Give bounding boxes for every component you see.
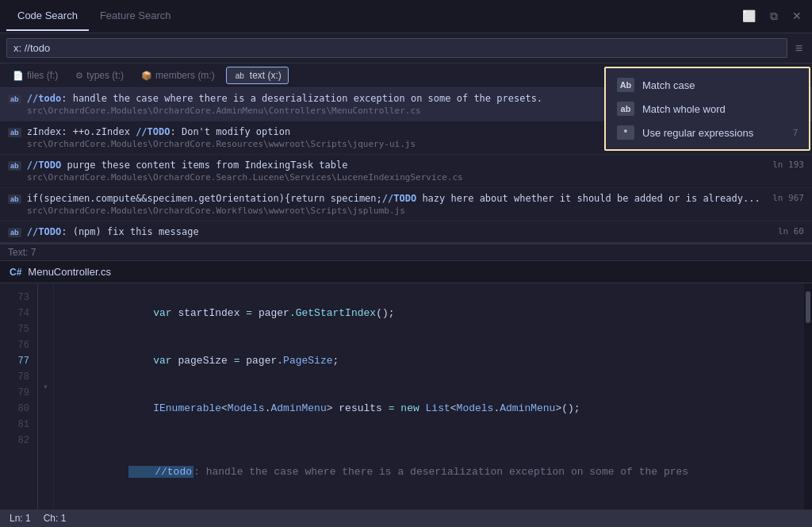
code-view-header: C# MenuController.cs (0, 261, 812, 283)
regex-label: Use regular expressions (642, 127, 785, 139)
code-line-78: // load at least the ones without error.… (67, 496, 804, 510)
result-text: //TODO: (npm) fix this message ln 60 (27, 226, 199, 237)
code-line-77: //todo: handle the case where there is a… (67, 448, 804, 496)
result-path: src\OrchardCore.Modules\OrchardCore.Sear… (27, 172, 804, 183)
result-text: zIndex: ++o.zIndex //TODO: Don't modify … (27, 126, 290, 137)
match-whole-word-option[interactable]: ab Match whole word (606, 97, 809, 121)
line-number: ln 193 (772, 160, 804, 170)
filter-tab-members[interactable]: 📦 members (m:) (135, 67, 221, 83)
line-numbers: 73 74 75 76 77 78 79 80 81 82 (0, 283, 38, 510)
members-icon: 📦 (141, 71, 152, 81)
bottom-col: Ch: 1 (44, 513, 67, 524)
files-icon: 📄 (13, 71, 24, 81)
status-bar: Text: 7 (0, 244, 812, 261)
line-num-73: 73 (0, 290, 37, 306)
highlight-text: //TODO (382, 193, 416, 204)
result-item[interactable]: ab //TODO purge these content items from… (0, 155, 812, 188)
result-icon: ab (8, 161, 21, 171)
highlight-text: //TODO (136, 126, 170, 137)
title-bar-controls: ⬜ ⧉ ✕ (738, 8, 806, 25)
code-lines[interactable]: var startIndex = pager.GetStartIndex(); … (54, 283, 804, 510)
main-layout: Code Search Feature Search ⬜ ⧉ ✕ ≡ Ab Ma… (0, 0, 812, 527)
restore-button[interactable]: ⧉ (766, 8, 782, 25)
bottom-bar: Ln: 1 Ch: 1 (0, 510, 812, 527)
code-view: C# MenuController.cs 73 74 75 76 77 78 7… (0, 261, 812, 510)
status-text: Text: 7 (8, 247, 36, 258)
search-dropdown: Ab Match case ab Match whole word * Use … (604, 67, 810, 151)
regex-icon: * (617, 125, 634, 140)
match-word-icon: ab (617, 102, 634, 116)
highlight-text: //TODO (27, 226, 61, 237)
code-line-75: IEnumerable<Models.AdminMenu> results = … (67, 385, 804, 433)
code-filename: MenuController.cs (28, 266, 111, 278)
types-icon: ⚙ (75, 71, 83, 81)
tab-code-search[interactable]: Code Search (6, 2, 89, 31)
line-number: ln 967 (772, 193, 804, 203)
scrollbar-thumb[interactable] (806, 291, 810, 323)
line-num-74: 74 (0, 306, 37, 321)
highlight-text: //TODO (27, 160, 61, 171)
code-scrollbar[interactable] (804, 283, 812, 510)
search-bar: ≡ (0, 33, 812, 63)
collapse-icon[interactable]: ▼ (44, 383, 48, 390)
files-tab-label: files (f:) (27, 70, 58, 81)
result-text: //TODO purge these content items from In… (27, 160, 348, 171)
lang-badge: C# (10, 267, 21, 278)
line-num-77: 77 (0, 353, 37, 369)
text-tab-label: text (x:) (250, 70, 282, 81)
highlight-text: //todo (27, 93, 61, 104)
result-icon: ab (8, 128, 21, 137)
tab-feature-search[interactable]: Feature Search (89, 2, 182, 31)
code-line-74: var pageSize = pager.PageSize; (67, 337, 804, 385)
line-num-78: 78 (0, 369, 37, 385)
members-tab-label: members (m:) (155, 70, 215, 81)
regex-shortcut: 7 (793, 128, 798, 137)
line-num-80: 80 (0, 401, 37, 417)
types-tab-label: types (t:) (86, 70, 124, 81)
line-num-75: 75 (0, 321, 37, 337)
search-input[interactable] (6, 38, 787, 58)
result-path: src\OrchardCore.Modules\OrchardCore.Work… (27, 206, 804, 216)
result-item[interactable]: ab //TODO: (npm) fix this message ln 60 (0, 221, 812, 243)
bottom-line: Ln: 1 (10, 513, 31, 524)
result-item[interactable]: ab if(specimen.compute&&specimen.getOrie… (0, 188, 812, 221)
filter-tab-types[interactable]: ⚙ types (t:) (69, 67, 130, 83)
match-word-label: Match whole word (642, 103, 798, 115)
result-icon: ab (8, 194, 21, 204)
result-text: //todo: handle the case where there is a… (27, 93, 542, 104)
line-num-79: 79 (0, 385, 37, 401)
text-icon: ab (233, 71, 247, 81)
filter-tab-files[interactable]: 📄 files (f:) (6, 67, 64, 83)
close-button[interactable]: ✕ (788, 8, 806, 25)
result-text: if(specimen.compute&&specimen.getOrienta… (27, 193, 760, 204)
line-number: ln 60 (778, 226, 804, 237)
filter-tab-text[interactable]: ab text (x:) (226, 67, 289, 84)
gutter: ▼ (38, 283, 54, 510)
line-num-82: 82 (0, 433, 37, 448)
match-case-label: Match case (642, 79, 798, 91)
todo-highlight: //todo (128, 466, 193, 478)
search-panel: ≡ Ab Match case ab Match whole word * Us… (0, 33, 812, 88)
code-line-73: var startIndex = pager.GetStartIndex(); (67, 290, 804, 337)
result-icon: ab (8, 228, 21, 237)
minimize-button[interactable]: ⬜ (738, 8, 760, 25)
result-icon: ab (8, 94, 21, 104)
match-case-option[interactable]: Ab Match case (606, 73, 809, 97)
code-area: 73 74 75 76 77 78 79 80 81 82 ▼ (0, 283, 812, 510)
match-case-icon: Ab (617, 78, 634, 92)
search-options-icon[interactable]: ≡ (792, 40, 806, 57)
code-line-76 (67, 433, 804, 448)
line-num-81: 81 (0, 417, 37, 433)
title-bar: Code Search Feature Search ⬜ ⧉ ✕ (0, 0, 812, 33)
use-regex-option[interactable]: * Use regular expressions 7 (606, 121, 809, 144)
line-num-76: 76 (0, 337, 37, 353)
